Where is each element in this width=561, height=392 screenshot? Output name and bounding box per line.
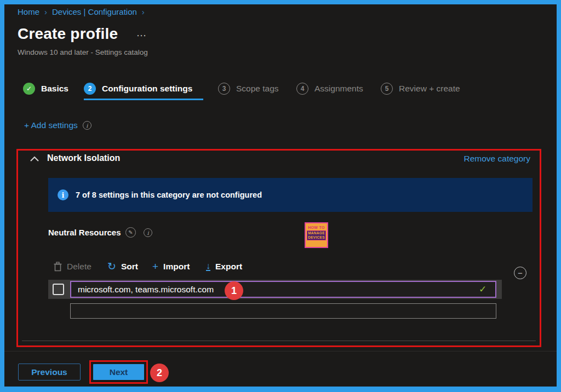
- previous-button[interactable]: Previous: [18, 364, 81, 381]
- step-number-badge: 2: [84, 83, 96, 95]
- minus-icon: −: [518, 268, 523, 278]
- neutral-resources-value-input[interactable]: [70, 281, 496, 298]
- sort-refresh-icon: ↻: [107, 262, 116, 272]
- tab-assignments[interactable]: 4 Assignments: [296, 83, 363, 95]
- delete-button[interactable]: Delete: [54, 260, 91, 274]
- breadcrumb-home-link[interactable]: Home: [18, 7, 39, 16]
- chevron-up-icon: [29, 155, 40, 163]
- add-settings-row: + Add settings i: [24, 120, 91, 130]
- neutral-resources-empty-input[interactable]: [70, 303, 496, 319]
- footer-divider: [4, 351, 557, 351]
- collapse-category-button[interactable]: [29, 155, 40, 163]
- remove-category-link[interactable]: Remove category: [464, 154, 530, 164]
- breadcrumb-chevron-icon: ›: [44, 7, 47, 16]
- tab-label: Review + create: [399, 84, 460, 94]
- export-button[interactable]: ↓ Export: [206, 260, 242, 274]
- breadcrumb-chevron-icon: ›: [142, 7, 145, 16]
- watermark-text: MANAGE: [307, 231, 325, 235]
- info-banner-text: 7 of 8 settings in this category are not…: [76, 191, 262, 199]
- info-banner: i 7 of 8 settings in this category are n…: [48, 178, 533, 212]
- active-tab-underline: [84, 99, 203, 100]
- tab-configuration-settings[interactable]: 2 Configuration settings: [84, 83, 192, 95]
- watermark-text: DEVICES: [307, 235, 325, 240]
- plus-icon: +: [152, 262, 158, 272]
- step-number-badge: 5: [381, 83, 393, 95]
- breadcrumb: Home › Devices | Configuration ›: [18, 7, 145, 16]
- validation-check-icon: ✓: [479, 284, 486, 295]
- row-checkbox[interactable]: [53, 284, 64, 295]
- category-title: Network Isolation: [47, 153, 120, 163]
- annotation-badge-2: 2: [150, 364, 169, 382]
- tab-label: Configuration settings: [102, 84, 192, 94]
- check-icon: ✓: [23, 83, 35, 95]
- toolbar-label: Export: [215, 262, 242, 272]
- toolbar-label: Import: [163, 262, 190, 272]
- info-icon: i: [58, 189, 68, 200]
- add-settings-link[interactable]: + Add settings: [24, 120, 78, 130]
- tab-label: Scope tags: [236, 84, 279, 94]
- htmd-watermark-logo: HOW TO MANAGE DEVICES: [305, 222, 328, 248]
- tab-label: Basics: [41, 84, 68, 94]
- step-number-badge: 4: [296, 83, 308, 95]
- trash-icon: [54, 262, 62, 272]
- watermark-block: MANAGE DEVICES: [307, 230, 326, 240]
- toolbar-label: Sort: [121, 262, 138, 272]
- remove-row-button[interactable]: −: [514, 267, 526, 279]
- edit-tag-icon: ✎: [125, 227, 136, 238]
- sort-button[interactable]: ↻ Sort: [107, 260, 138, 274]
- toolbar-label: Delete: [67, 262, 91, 272]
- download-icon: ↓: [206, 262, 210, 271]
- breadcrumb-devices-configuration-link[interactable]: Devices | Configuration: [52, 7, 137, 16]
- tab-basics[interactable]: ✓ Basics: [23, 83, 68, 95]
- watermark-text: HOW TO: [306, 226, 327, 229]
- tab-review-create[interactable]: 5 Review + create: [381, 83, 460, 95]
- more-options-icon[interactable]: ⋯: [136, 30, 147, 42]
- section-divider: [22, 341, 536, 341]
- info-icon[interactable]: i: [144, 228, 152, 237]
- tab-scope-tags[interactable]: 3 Scope tags: [218, 83, 279, 95]
- page-title: Create profile: [18, 25, 118, 43]
- import-button[interactable]: + Import: [152, 260, 190, 274]
- tab-label: Assignments: [314, 84, 363, 94]
- info-icon[interactable]: i: [83, 121, 91, 130]
- create-profile-page: Home › Devices | Configuration › Create …: [0, 0, 561, 392]
- annotation-badge-1: 1: [225, 281, 243, 300]
- setting-name-label: Neutral Resources: [48, 228, 121, 237]
- next-button[interactable]: Next: [93, 364, 144, 380]
- step-number-badge: 3: [218, 83, 230, 95]
- page-subtitle: Windows 10 and later - Settings catalog: [18, 48, 148, 56]
